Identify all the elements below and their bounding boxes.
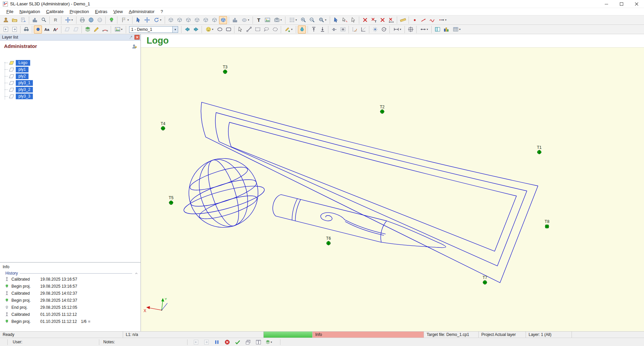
dropdown-caret-icon[interactable]: ▾ xyxy=(71,18,73,21)
move-button[interactable] xyxy=(143,16,151,24)
dot-blue-button[interactable] xyxy=(34,25,42,34)
collapse-icon[interactable] xyxy=(134,271,139,276)
dropdown-caret-icon[interactable]: ▾ xyxy=(121,28,122,31)
globe-button[interactable] xyxy=(87,16,95,24)
crosshair-box-button[interactable] xyxy=(407,25,415,34)
dropdown-caret-icon[interactable]: ▾ xyxy=(427,28,428,31)
user-button[interactable] xyxy=(2,16,10,24)
arrow-bar-up-button[interactable] xyxy=(310,25,318,34)
maximize-button[interactable] xyxy=(614,0,629,8)
folder-open-button[interactable] xyxy=(10,16,18,24)
menu-administrator[interactable]: Administrator xyxy=(126,8,158,15)
bulb-green-button[interactable] xyxy=(107,16,115,24)
box3d-blue-button[interactable] xyxy=(219,16,227,24)
box3d-button[interactable] xyxy=(175,16,183,24)
camera-button[interactable]: ▾ xyxy=(272,16,283,24)
rect-dash-button[interactable] xyxy=(254,25,262,34)
histogram-button[interactable] xyxy=(231,16,239,24)
arrow-dots-button[interactable]: ▾ xyxy=(437,16,448,24)
target-t7[interactable]: T7 xyxy=(483,275,487,284)
dropdown-caret-icon[interactable]: ▾ xyxy=(296,18,297,21)
pin-icon[interactable] xyxy=(129,35,133,40)
shear-button[interactable] xyxy=(63,25,71,34)
box3d-button[interactable] xyxy=(210,16,218,24)
x-text-button[interactable]: T xyxy=(370,16,378,24)
target-t2[interactable]: T2 xyxy=(380,105,384,114)
line-nodes-button[interactable] xyxy=(245,25,253,34)
arc-red-button[interactable] xyxy=(101,25,109,34)
box3d-button[interactable] xyxy=(193,16,201,24)
target-t4[interactable]: T4 xyxy=(161,121,165,130)
menu-extras[interactable]: Extras xyxy=(92,8,110,15)
dropdown-caret-icon[interactable]: ▾ xyxy=(291,28,292,31)
letter-R-button[interactable]: R xyxy=(51,16,59,24)
arrow-double-button[interactable]: ▾ xyxy=(418,25,430,34)
menu-?[interactable]: ? xyxy=(158,8,166,15)
font-aa-button[interactable]: Aa xyxy=(43,25,51,34)
minimize-button[interactable] xyxy=(599,0,614,8)
cursor-dots-button[interactable] xyxy=(340,16,348,24)
target-t1[interactable]: T1 xyxy=(537,145,542,154)
combo-dropdown-icon[interactable]: ▾ xyxy=(172,26,178,33)
dim-h-button[interactable]: ▾ xyxy=(391,25,403,34)
slider-h-button[interactable] xyxy=(330,25,338,34)
menu-projection[interactable]: Projection xyxy=(66,8,92,15)
layer-item-ply1[interactable]: ply1 xyxy=(0,66,141,73)
dropdown-caret-icon[interactable]: ▾ xyxy=(459,28,461,31)
dropdown-caret-icon[interactable]: ▾ xyxy=(445,18,446,21)
arrow-left-teal-button[interactable] xyxy=(183,25,191,34)
target-t3[interactable]: T3 xyxy=(223,65,227,74)
win-cascade-button[interactable] xyxy=(244,338,252,346)
check-button[interactable] xyxy=(234,338,241,346)
stop-button[interactable] xyxy=(223,338,231,346)
target-t8[interactable]: T8 xyxy=(545,219,549,228)
binoculars-button[interactable] xyxy=(22,25,30,34)
layer-item-ply3_3[interactable]: ply3_3 xyxy=(0,93,141,100)
dropdown-caret-icon[interactable]: ▾ xyxy=(280,18,282,21)
split-teal-button[interactable] xyxy=(433,25,441,34)
columns-chart-button[interactable] xyxy=(442,25,450,34)
chart-button[interactable] xyxy=(31,16,39,24)
notes-field[interactable]: Notes: xyxy=(99,340,187,344)
cursor-plain-button[interactable] xyxy=(349,16,357,24)
menu-navigation[interactable]: Navigation xyxy=(16,8,43,15)
arrow-right-teal-button[interactable] xyxy=(192,25,200,34)
rotate-circle-button[interactable] xyxy=(380,25,388,34)
layers-green-button[interactable] xyxy=(84,25,92,34)
cursor-blue-button[interactable] xyxy=(134,16,142,24)
page-prev-button[interactable] xyxy=(2,25,10,34)
search-gear-button[interactable] xyxy=(40,16,48,24)
grid-colored-button[interactable]: ▾ xyxy=(451,25,462,34)
arrow-red-button[interactable] xyxy=(419,16,427,24)
project-combobox[interactable]: 1 - Demo_1▾ xyxy=(129,26,178,33)
page-next-button[interactable] xyxy=(10,25,18,34)
box3d-button[interactable] xyxy=(167,16,175,24)
shear-button[interactable] xyxy=(72,25,80,34)
folder-page-button[interactable] xyxy=(19,16,27,24)
page-next-button[interactable] xyxy=(203,338,210,346)
x-red-button[interactable] xyxy=(361,16,369,24)
angle-dash-button[interactable] xyxy=(351,25,359,34)
ellipse-dash-button[interactable] xyxy=(271,25,279,34)
layer-item-ply3_1[interactable]: ply3_1 xyxy=(0,79,141,86)
ellipse-outline-button[interactable] xyxy=(216,25,224,34)
layer-item-ply2[interactable]: ply2 xyxy=(0,73,141,79)
printer-button[interactable] xyxy=(78,16,86,24)
x-red-button[interactable] xyxy=(378,16,386,24)
dropdown-caret-icon[interactable]: ▾ xyxy=(248,18,249,21)
menu-file[interactable]: File xyxy=(3,8,16,15)
flag-button[interactable]: ▾ xyxy=(119,16,130,24)
font-a-arrow-button[interactable]: A xyxy=(51,25,59,34)
text-tool-button[interactable]: T xyxy=(255,16,263,24)
transform-star-button[interactable] xyxy=(371,25,379,34)
cursor-plain-button[interactable] xyxy=(236,25,244,34)
close-button[interactable] xyxy=(629,0,644,8)
blob-button[interactable]: ▾ xyxy=(239,16,251,24)
dropdown-caret-icon[interactable]: ▾ xyxy=(212,28,213,31)
layer-item-ply3_2[interactable]: ply3_2 xyxy=(0,86,141,93)
layers-green-button[interactable]: ▾ xyxy=(265,338,272,346)
equals-box-button[interactable] xyxy=(339,25,347,34)
user-field[interactable]: User: xyxy=(8,340,99,344)
lasso-button[interactable] xyxy=(262,25,270,34)
win-tile-button[interactable] xyxy=(255,338,262,346)
